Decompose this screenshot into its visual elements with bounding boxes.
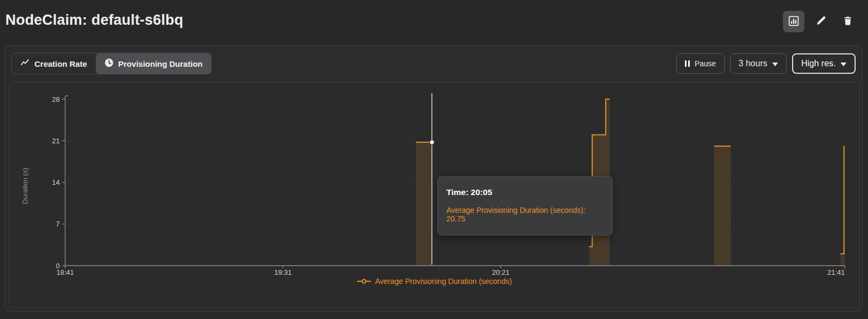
y-axis-tick-label: 28 bbox=[52, 95, 60, 103]
y-axis-tick-label: 21 bbox=[52, 137, 60, 145]
chart-view-button[interactable] bbox=[783, 11, 804, 32]
bar-chart-icon bbox=[788, 16, 799, 28]
tab-provisioning-duration[interactable]: Provisioning Duration bbox=[96, 53, 212, 74]
chart-legend[interactable]: Average Provisioning Duration (seconds) bbox=[10, 277, 859, 286]
legend-label: Average Provisioning Duration (seconds) bbox=[375, 277, 512, 286]
page-header: NodeClaim: default-s6lbq bbox=[0, 0, 868, 45]
chart-tabs: Creation Rate Provisioning Duration bbox=[11, 53, 212, 74]
chart-tooltip: Time: 20:05 Average Provisioning Duratio… bbox=[437, 176, 613, 235]
clock-icon bbox=[104, 58, 114, 69]
tab-creation-rate[interactable]: Creation Rate bbox=[12, 53, 96, 74]
pencil-icon bbox=[815, 16, 826, 28]
pause-button[interactable]: Pause bbox=[676, 53, 725, 74]
y-axis-tick-label: 14 bbox=[52, 178, 60, 186]
edit-button[interactable] bbox=[810, 11, 831, 32]
x-axis-tick-label: 18:41 bbox=[57, 268, 74, 276]
pause-icon bbox=[685, 60, 690, 67]
resolution-value: High res. bbox=[801, 59, 836, 68]
nodeclaim-detail-page: NodeClaim: default-s6lbq bbox=[0, 0, 868, 319]
x-axis-tick-label: 21:41 bbox=[827, 268, 845, 276]
chevron-down-icon bbox=[841, 59, 846, 68]
chart-toolbar: Creation Rate Provisioning Duration Paus… bbox=[5, 46, 862, 81]
time-range-value: 3 hours bbox=[739, 59, 767, 68]
legend-marker-icon bbox=[357, 277, 371, 286]
y-axis-tick-label: 7 bbox=[56, 220, 60, 228]
x-axis-tick-label: 19:31 bbox=[274, 268, 292, 276]
hover-point-marker bbox=[430, 140, 434, 144]
line-chart-icon bbox=[20, 58, 30, 69]
y-axis-title: Duration (s) bbox=[21, 168, 29, 204]
resolution-select[interactable]: High res. bbox=[792, 53, 856, 74]
tooltip-time: Time: 20:05 bbox=[446, 188, 604, 197]
tab-label: Creation Rate bbox=[34, 59, 87, 68]
chevron-down-icon bbox=[772, 59, 778, 68]
x-axis-tick-label: 20:21 bbox=[492, 268, 510, 276]
series-area-fill bbox=[416, 142, 432, 266]
provisioning-duration-chart[interactable]: 0714212818:4119:3120:2121:41 bbox=[10, 82, 859, 307]
page-title: NodeClaim: default-s6lbq bbox=[5, 12, 183, 29]
trash-icon bbox=[843, 16, 853, 27]
pause-button-label: Pause bbox=[695, 59, 716, 68]
chart-area[interactable]: 0714212818:4119:3120:2121:41 Duration (s… bbox=[9, 82, 860, 308]
header-actions bbox=[783, 11, 858, 32]
tab-label: Provisioning Duration bbox=[118, 59, 203, 68]
chart-panel: Creation Rate Provisioning Duration Paus… bbox=[4, 45, 863, 311]
tooltip-series-value: Average Provisioning Duration (seconds):… bbox=[446, 206, 604, 223]
time-range-select[interactable]: 3 hours bbox=[730, 53, 787, 74]
series-line bbox=[841, 147, 845, 254]
delete-button[interactable] bbox=[837, 11, 858, 32]
series-area-fill bbox=[714, 146, 731, 266]
chart-controls: Pause 3 hours High res. bbox=[676, 53, 856, 74]
